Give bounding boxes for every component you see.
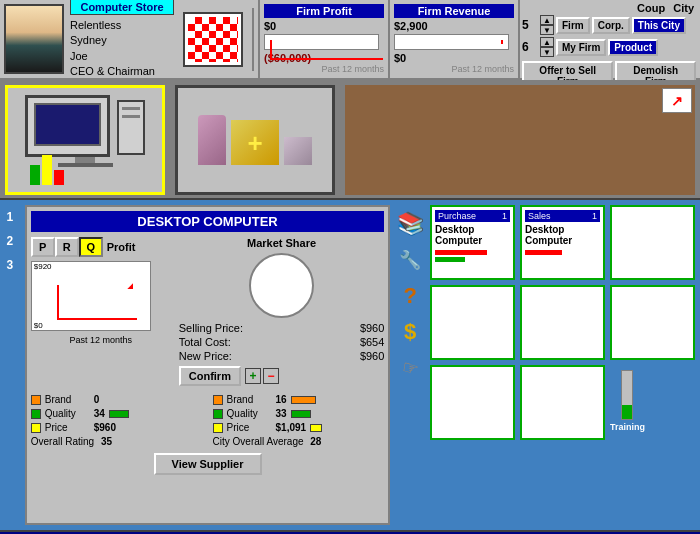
ratings-section: Brand 0 Quality 34 Price $960 Overall Ra… [31,394,385,447]
my-ratings: Brand 0 Quality 34 Price $960 Overall Ra… [31,394,203,447]
panel-title: DESKTOP COMPUTER [31,211,385,232]
tab-q[interactable]: Q [79,237,103,257]
small-box [284,137,312,165]
sales-bar [525,250,563,255]
city-brand-bar [291,396,316,404]
city-price-value: $1,091 [276,422,307,433]
btn-my-firm[interactable]: My Firm [556,39,606,56]
new-price-value: $960 [360,350,384,362]
city-quality-row: Quality 33 [213,408,385,419]
firm-revenue-label: Firm Revenue [394,4,514,18]
empty-card-1[interactable] [610,205,695,280]
city-brand-value: 16 [276,394,287,405]
quality-dot [31,409,41,419]
revenue-graph [394,34,509,50]
my-overall-row: Overall Rating 35 [31,436,203,447]
purchase-card[interactable]: Purchase 1 Desktop Computer [430,205,515,280]
market-share-label: Market Share [179,237,385,249]
nav-arrows-2[interactable]: ▲ ▼ [540,37,554,57]
btn-corp[interactable]: Corp. [592,17,630,34]
product-display-area: + ↗ [0,80,700,200]
avatar [4,4,64,74]
total-cost-value: $654 [360,336,384,348]
nav-num-2: 6 [522,40,538,54]
minus-button[interactable]: − [263,368,279,384]
view-supplier-button[interactable]: View Supplier [154,453,262,475]
product-slot-1[interactable] [5,85,165,195]
trend-up-icon: ↗ [671,93,683,109]
city-price-dot [213,423,223,433]
tab-p[interactable]: P [31,237,55,257]
firm-details: Computer Store Relentless Sydney Joe CEO… [70,0,174,79]
empty-card-2[interactable] [430,285,515,360]
my-brand-value: 0 [94,394,100,405]
empty-card-4[interactable] [610,285,695,360]
purchase-page: 1 [502,211,507,221]
panel-inner: P R Q Profit $920 $0 Past [31,237,385,386]
sales-label: Sales [528,211,551,221]
empty-card-6[interactable] [520,365,605,440]
sales-card[interactable]: Sales 1 Desktop Computer [520,205,605,280]
nav-down-1[interactable]: ▼ [540,25,554,35]
main-content: 1 2 3 DESKTOP COMPUTER P R Q Profit $920… [0,200,700,530]
revenue-past: $0 [394,52,514,64]
training-fill [622,405,632,419]
btn-firm[interactable]: Firm [556,17,590,34]
btn-this-city[interactable]: This City [632,17,686,34]
top-bar: Computer Store Relentless Sydney Joe CEO… [0,0,700,80]
nav-up-2[interactable]: ▲ [540,37,554,47]
plus-button[interactable]: + [245,368,261,384]
profit-graph-line [57,285,137,320]
price-info: Selling Price: $960 Total Cost: $654 New… [179,322,385,362]
training-area: Training [610,370,645,432]
dollar-sign-icon[interactable]: $ [396,318,424,346]
my-quality-value: 34 [94,408,105,419]
product2-image: + [198,115,312,165]
graph-icon[interactable]: ↗ [662,88,692,113]
person3: Joe [70,49,174,64]
city-overall-row: City Overall Average 28 [213,436,385,447]
new-price-row: New Price: $960 [179,350,385,362]
ladder-icon[interactable]: 🔧 [396,246,424,274]
nav-down-2[interactable]: ▼ [540,47,554,57]
vase [198,115,226,165]
action-icons: 📚 🔧 ? $ ☞ [395,200,425,530]
sales-product-name2: Computer [525,235,600,246]
profit-past-label: Past 12 months [264,64,384,74]
sales-card-header: Sales 1 [525,210,600,222]
total-cost-label: Total Cost: [179,336,231,348]
row-3-training: Training [430,365,695,440]
status-bar: ⚙ 🗺 ℹ ◀ Cash: $21,493,518 Profit: ($7,64… [0,530,700,534]
btn-product[interactable]: Product [608,39,658,56]
my-overall-label: Overall Rating [31,436,94,447]
my-brand-row: Brand 0 [31,394,203,405]
my-price-row: Price $960 [31,422,203,433]
nav-num-1: 5 [522,18,538,32]
graph-low: $0 [34,321,52,330]
my-quality-row: Quality 34 [31,408,203,419]
product-grid-row-1: Purchase 1 Desktop Computer Sales 1 Desk… [430,205,695,280]
nav-arrows-1[interactable]: ▲ ▼ [540,15,554,35]
right-nav-panels: Coup City 5 ▲ ▼ Firm Corp. This City 6 ▲… [520,0,700,78]
product-slot-2[interactable]: + [175,85,335,195]
nav-up-1[interactable]: ▲ [540,15,554,25]
my-quality-label: Quality [45,408,90,419]
side-num-2: 2 [7,234,14,248]
plus-minus-controls: + − [245,368,279,384]
empty-card-3[interactable] [520,285,605,360]
city-brand-label: Brand [227,394,272,405]
monitor-screen [34,103,101,146]
coup-label: Coup [637,2,665,14]
question-icon[interactable]: ? [396,282,424,310]
computer-image [25,95,145,185]
hand-pointer-icon[interactable]: ☞ [393,351,427,385]
selling-price-value: $960 [360,322,384,334]
empty-card-5[interactable] [430,365,515,440]
new-price-label: New Price: [179,350,232,362]
tab-r[interactable]: R [55,237,79,257]
city-quality-bar [291,410,311,418]
confirm-button[interactable]: Confirm [179,366,241,386]
books-icon[interactable]: 📚 [396,210,424,238]
box-plus-icon: + [247,127,262,158]
sales-product-name1: Desktop [525,224,600,235]
